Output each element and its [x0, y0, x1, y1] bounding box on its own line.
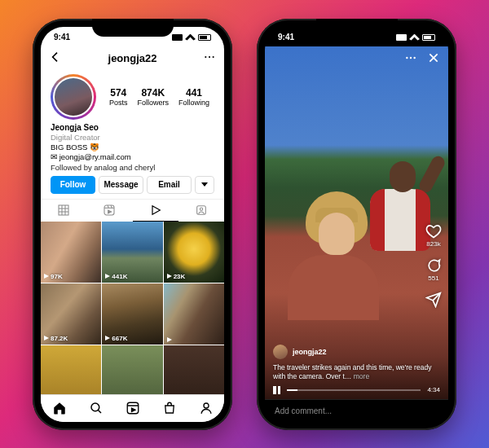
profile-header: 574 Posts 874K Followers 441 Following: [41, 71, 224, 121]
svg-point-15: [200, 208, 202, 210]
nav-shop[interactable]: [151, 395, 187, 422]
video-author[interactable]: jeongja22: [273, 345, 440, 359]
avatar-story-ring[interactable]: [51, 74, 96, 120]
play-outline-icon: [149, 204, 162, 217]
bio-display-name: Jeongja Seo: [51, 122, 214, 133]
svg-point-0: [205, 56, 206, 58]
play-icon: [167, 337, 172, 342]
reels-icon: [103, 204, 116, 217]
grid-tile[interactable]: [164, 345, 224, 394]
tab-video[interactable]: [133, 200, 178, 222]
navbar-username: jeongja22: [41, 52, 224, 64]
play-icon: [167, 274, 172, 279]
svg-point-2: [213, 56, 214, 58]
profile-bio: Jeongja Seo Digital Creator BIG BOSS 🐯 ✉…: [41, 121, 224, 176]
add-comment-input[interactable]: Add comment...: [265, 399, 448, 422]
stat-following[interactable]: 441 Following: [178, 87, 209, 107]
grid-tile[interactable]: 97K: [41, 222, 101, 283]
play-icon: [44, 274, 49, 279]
grid-icon: [57, 204, 70, 217]
bio-category: Digital Creator: [51, 133, 214, 143]
grid-tile[interactable]: [164, 283, 224, 345]
chevron-down-icon: [201, 182, 208, 187]
wifi-icon: [409, 34, 420, 41]
grid-tile[interactable]: 23K: [164, 222, 224, 283]
author-avatar: [273, 345, 288, 359]
close-button[interactable]: [427, 51, 440, 68]
video-more-button[interactable]: [404, 51, 417, 68]
follow-button[interactable]: Follow: [51, 176, 95, 194]
tab-grid[interactable]: [41, 200, 86, 222]
caption-more-link[interactable]: more: [351, 372, 369, 380]
grid-tile[interactable]: 87.2K: [41, 283, 101, 345]
comment-button[interactable]: 551: [425, 257, 442, 282]
device-notch: [92, 19, 174, 37]
svg-point-22: [406, 56, 408, 58]
bio-line: BIG BOSS 🐯: [51, 143, 214, 152]
grid-tile[interactable]: [41, 345, 101, 394]
phone-profile-mockup: 9:41 jeongja22 574 Posts: [33, 19, 232, 430]
play-icon: [105, 336, 110, 340]
pause-button[interactable]: [273, 386, 280, 394]
video-caption[interactable]: The traveler strikes again and this time…: [273, 363, 440, 381]
grid-tile[interactable]: 441K: [102, 222, 162, 283]
nav-search[interactable]: [77, 395, 114, 422]
battery-icon: [422, 34, 435, 41]
signal-icon: [172, 34, 183, 41]
grid-tile[interactable]: 667K: [102, 283, 162, 345]
tab-tagged[interactable]: [178, 200, 224, 222]
tagged-icon: [195, 204, 208, 217]
svg-marker-20: [131, 408, 135, 412]
suggestions-button[interactable]: [195, 176, 214, 194]
author-username: jeongja22: [293, 348, 327, 356]
message-button[interactable]: Message: [99, 176, 143, 194]
more-options-button[interactable]: [203, 51, 216, 66]
status-time: 9:41: [278, 33, 294, 42]
progress-bar[interactable]: [287, 389, 421, 391]
play-icon: [44, 336, 49, 340]
svg-line-17: [98, 410, 101, 413]
video-progress: 4:34: [273, 386, 440, 394]
video-grid: 97K 441K 23K 87.2K 667K: [41, 222, 224, 394]
tab-reels[interactable]: [86, 200, 132, 222]
svg-marker-12: [108, 210, 112, 213]
avatar: [53, 77, 94, 117]
svg-rect-8: [104, 205, 114, 215]
progress-time: 4:34: [427, 386, 440, 393]
status-time: 9:41: [54, 33, 70, 42]
like-count: 823k: [426, 240, 440, 248]
wifi-icon: [185, 34, 196, 41]
profile-action-buttons: Follow Message Email: [41, 176, 224, 199]
svg-point-24: [413, 56, 415, 58]
svg-point-23: [410, 56, 412, 58]
signal-icon: [396, 34, 407, 41]
profile-navbar: jeongja22: [41, 46, 224, 71]
nav-reels[interactable]: [114, 395, 151, 422]
bio-email: ✉ jeongja@ry.mail.com: [51, 152, 214, 162]
svg-rect-3: [59, 205, 68, 215]
stat-followers[interactable]: 874K Followers: [137, 87, 169, 107]
svg-point-21: [204, 403, 209, 408]
followed-by-line[interactable]: Followed by analog and cheryl: [51, 163, 214, 173]
device-notch: [316, 19, 398, 37]
like-button[interactable]: 823k: [425, 223, 442, 248]
video-action-rail: 823k 551: [425, 223, 442, 308]
back-button[interactable]: [49, 51, 62, 66]
bottom-nav: [41, 394, 224, 422]
grid-tile[interactable]: [102, 345, 162, 394]
video-player[interactable]: 823k 551 jeongja22 The traveler strikes …: [265, 46, 448, 399]
battery-icon: [198, 34, 211, 41]
phone-video-mockup: 9:41 823k 551: [257, 19, 456, 430]
svg-marker-13: [152, 206, 160, 215]
nav-profile[interactable]: [187, 395, 224, 422]
svg-point-1: [209, 56, 210, 58]
play-icon: [105, 274, 110, 279]
feed-tabbar: [41, 199, 224, 222]
stat-posts[interactable]: 574 Posts: [109, 87, 128, 107]
comment-count: 551: [428, 275, 438, 282]
email-button[interactable]: Email: [147, 176, 192, 194]
nav-home[interactable]: [41, 395, 77, 422]
share-button[interactable]: [425, 292, 442, 308]
